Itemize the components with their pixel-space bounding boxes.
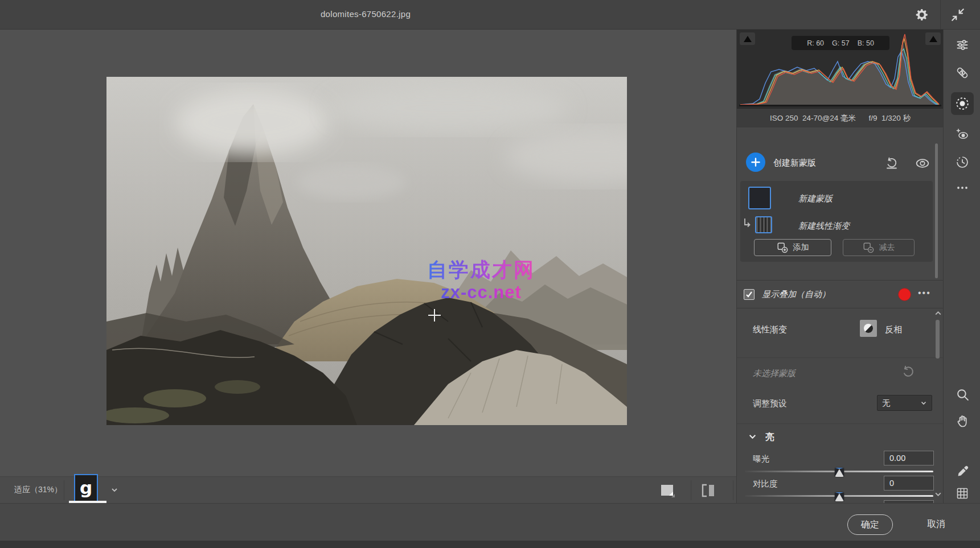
- new-mask-item[interactable]: 新建蒙版: [798, 193, 833, 204]
- invert-label[interactable]: 反相: [885, 324, 902, 335]
- settings-gear-icon[interactable]: [913, 6, 931, 24]
- highlight-clipping-toggle[interactable]: [925, 32, 941, 45]
- watermark: 自学成才网 zx-cc.net: [427, 258, 535, 303]
- grid-overlay-tool-icon[interactable]: [951, 482, 974, 505]
- dropdown-chevron-icon: [920, 399, 927, 406]
- tool-preset-tile[interactable]: g: [74, 474, 98, 504]
- tool-preset-chevron-icon[interactable]: [110, 486, 118, 494]
- contrast-label: 对比度: [753, 479, 778, 489]
- create-mask-label: 创建新蒙版: [773, 158, 816, 168]
- subtract-from-mask-button[interactable]: 减去: [843, 239, 915, 256]
- more-tools-ellipsis-icon[interactable]: [951, 176, 974, 199]
- section-collapse-chevron-icon[interactable]: [748, 432, 757, 441]
- panel-scroll-down-icon[interactable]: [934, 491, 942, 498]
- new-mask-thumbnail[interactable]: [748, 187, 771, 209]
- exposure-label: 曝光: [753, 454, 769, 464]
- edit-sliders-tool-icon[interactable]: [951, 34, 974, 56]
- filename-title: dolomites-6750622.jpg: [321, 9, 411, 19]
- titlebar: dolomites-6750622.jpg: [0, 0, 980, 30]
- no-mask-selected-row: 未选择蒙版: [737, 357, 943, 388]
- subtract-label: 减去: [879, 242, 895, 253]
- next-value-box-partial: [884, 500, 934, 503]
- photo-preview[interactable]: 自学成才网 zx-cc.net: [106, 77, 627, 425]
- mountain-landscape-image: [106, 77, 627, 425]
- contrast-slider[interactable]: [745, 492, 933, 500]
- snapshots-tool-icon[interactable]: [951, 151, 974, 174]
- tool-rail: [943, 30, 980, 503]
- cancel-button[interactable]: 取消: [927, 518, 945, 530]
- no-mask-selected-label: 未选择蒙版: [753, 368, 796, 379]
- statusbar-divider: [691, 480, 691, 500]
- overlay-options-ellipsis-icon[interactable]: •••: [918, 288, 931, 298]
- add-label: 添加: [793, 242, 809, 253]
- new-linear-gradient-item[interactable]: 新建线性渐变: [798, 221, 850, 232]
- titlebar-divider: [940, 0, 941, 30]
- before-after-split-icon[interactable]: [700, 483, 716, 497]
- blue-value: B: 50: [858, 39, 874, 47]
- red-value: R: 60: [807, 39, 824, 47]
- zoom-level-label[interactable]: 适应（31%）: [14, 485, 62, 495]
- show-overlay-row: 显示叠加（自动） •••: [737, 280, 943, 308]
- color-sampler-tool-icon[interactable]: [951, 460, 974, 483]
- mask-panel-scrollbar[interactable]: [935, 143, 938, 278]
- contrast-slider-thumb[interactable]: [835, 492, 844, 501]
- linear-gradient-thumbnail[interactable]: [755, 216, 772, 233]
- watermark-text-url: zx-cc.net: [427, 282, 535, 303]
- panel-scrollbar-thumb[interactable]: [936, 320, 940, 359]
- crosshair-cursor: [428, 309, 441, 322]
- adjustment-preset-row: 调整预设 无: [737, 389, 943, 418]
- sub-item-elbow-arrow-icon: [743, 217, 752, 229]
- create-mask-plus-button[interactable]: [746, 153, 765, 172]
- add-to-mask-button[interactable]: 添加: [754, 239, 831, 256]
- overlay-color-swatch[interactable]: [898, 288, 911, 301]
- reset-disabled-icon: [901, 365, 916, 380]
- healing-tool-icon[interactable]: [951, 61, 974, 84]
- before-after-single-icon[interactable]: [659, 483, 675, 497]
- ok-button[interactable]: 确定: [847, 514, 893, 535]
- histogram[interactable]: R: 60 G: 57 B: 50: [737, 30, 943, 108]
- canvas-status-bar: 适应（31%） g: [0, 476, 736, 503]
- mask-visibility-eye-icon[interactable]: [915, 155, 930, 171]
- green-value: G: 57: [832, 39, 850, 47]
- exposure-slider[interactable]: [745, 468, 933, 476]
- invert-icon[interactable]: [860, 320, 877, 337]
- preset-selected-value: 无: [882, 398, 891, 409]
- panel-scroll-up-icon[interactable]: [934, 310, 942, 317]
- preset-dropdown[interactable]: 无: [877, 395, 932, 411]
- hand-tool-icon[interactable]: [951, 410, 974, 432]
- linear-gradient-header-row: 线性渐变 反相: [737, 314, 943, 346]
- image-canvas[interactable]: 自学成才网 zx-cc.net 适应（31%） g: [0, 30, 736, 503]
- red-eye-tool-icon[interactable]: [951, 123, 974, 146]
- light-section-header[interactable]: 亮: [737, 423, 943, 448]
- masking-tool-icon[interactable]: [951, 92, 974, 115]
- contrast-value-input[interactable]: 0: [884, 476, 934, 491]
- statusbar-divider: [64, 480, 64, 500]
- reset-mask-icon[interactable]: [884, 155, 899, 171]
- exposure-value-input[interactable]: 0.00: [884, 451, 934, 465]
- dialog-action-bar: 确定 取消: [0, 503, 980, 541]
- exit-fullscreen-icon[interactable]: [949, 6, 967, 24]
- rgb-readout: R: 60 G: 57 B: 50: [792, 36, 889, 50]
- light-section-title: 亮: [765, 431, 774, 443]
- watermark-text-cn: 自学成才网: [427, 258, 535, 282]
- exif-info: ISO 250 24-70@24 毫米 f/9 1/320 秒: [737, 108, 943, 127]
- exposure-slider-thumb[interactable]: [835, 468, 844, 477]
- create-mask-header: 创建新蒙版: [737, 147, 943, 179]
- show-overlay-label: 显示叠加（自动）: [762, 289, 830, 300]
- adjustment-preset-label: 调整预设: [753, 398, 787, 409]
- zoom-tool-icon[interactable]: [951, 383, 974, 406]
- linear-gradient-label: 线性渐变: [753, 324, 787, 335]
- statusbar-divider: [733, 480, 733, 500]
- mask-list: 新建蒙版 新建线性渐变 添加 减去: [740, 181, 933, 262]
- tool-badge-letter: g: [80, 479, 92, 499]
- show-overlay-checkbox[interactable]: [744, 289, 755, 300]
- edit-side-panel: R: 60 G: 57 B: 50 ISO 250 24-70@24 毫米 f/…: [736, 30, 943, 503]
- shadow-clipping-toggle[interactable]: [740, 32, 755, 45]
- bottom-strip: [0, 541, 980, 548]
